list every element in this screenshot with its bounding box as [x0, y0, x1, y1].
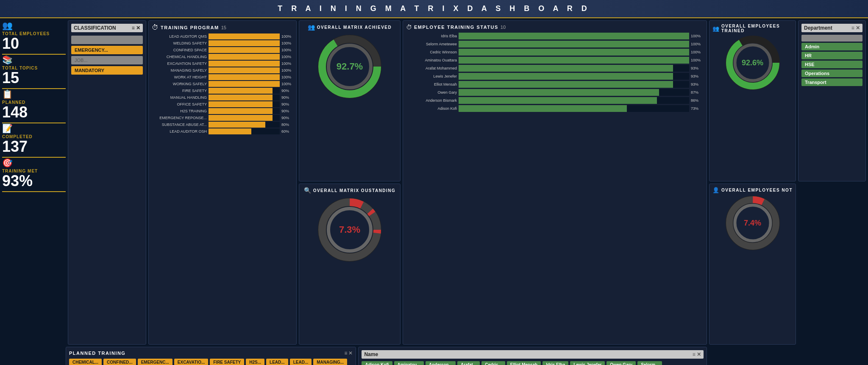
employee-name: Arafat Mohammed [406, 66, 457, 70]
employee-pct: 100% [691, 50, 704, 54]
employee-bar-item: Cedric Winnson 100% [406, 49, 704, 56]
name-filter-icons[interactable]: ≡ ✕ [693, 351, 701, 357]
bar-fill [209, 74, 280, 80]
classification-list: EMERGENCY... JOB... MANDATORY [71, 36, 143, 75]
bar-track [209, 101, 280, 107]
name-tag[interactable]: Lewis Jenefer [570, 361, 605, 365]
name-tag[interactable]: Idris Elba [542, 361, 568, 365]
bar-pct: 100% [281, 75, 293, 79]
bar-pct: 90% [281, 89, 293, 93]
training-bar-item: WORKING SAFELY 100% [152, 81, 293, 87]
classification-job[interactable]: JOB... [71, 56, 143, 64]
training-bar-item: MANUAL HANDLING 90% [152, 95, 293, 100]
completed-stat: 📝 COMPLETED 137 [2, 123, 66, 158]
bar-track [209, 115, 280, 121]
bar-track [209, 95, 280, 100]
dashboard-title: T R A I N I N G M A T R I X D A S H B O … [278, 4, 590, 13]
employee-training-count: 10 [501, 25, 506, 30]
bar-label: OFFICE SAFETY [152, 102, 207, 106]
completed-value: 137 [2, 139, 66, 154]
dept-empty [801, 35, 862, 42]
planned-tag[interactable]: EMERGENC... [138, 359, 172, 365]
employee-bar-track [459, 89, 689, 96]
training-met-icon: 🎯 [2, 158, 66, 168]
employee-bar-item: Lewis Jenefer 93% [406, 73, 704, 80]
employee-bar-track [459, 57, 689, 64]
department-header: Department ≡ ✕ [801, 24, 862, 32]
employee-bar-track [459, 49, 689, 56]
bar-track [209, 88, 280, 94]
dashboard-header: T R A I N I N G M A T R I X D A S H B O … [0, 0, 868, 18]
planned-clear-icon[interactable]: ✕ [348, 350, 353, 356]
training-program-panel: ⏱ TRAINING PROGRAM 15 LEAD AUDITOR QMS 1… [148, 20, 297, 345]
dept-filter-icon[interactable]: ≡ ✕ [851, 25, 860, 31]
bar-label: H2S TRAINING [152, 109, 207, 113]
employee-bar-fill [459, 65, 673, 72]
classification-emergency[interactable]: EMERGENCY... [71, 46, 143, 54]
trained-icon: 👥 [712, 25, 719, 32]
bar-fill [209, 40, 280, 46]
total-topics-value: 15 [2, 70, 66, 86]
bar-pct: 90% [281, 109, 293, 113]
name-tag[interactable]: Owen Gary [606, 361, 636, 365]
dept-admin[interactable]: Admin [801, 43, 862, 50]
training-bar-chart: LEAD AUDITOR QMS 100% WELDING SAFETY 100… [152, 33, 293, 134]
employee-bar-fill [459, 41, 689, 47]
training-bar-item: WORK AT HEIGHT 100% [152, 74, 293, 80]
planned-tag[interactable]: LEAD... [266, 359, 288, 365]
bar-track [209, 67, 280, 73]
training-bar-item: EXCAVATION SAFETY 100% [152, 61, 293, 67]
classification-mandatory[interactable]: MANDATORY [71, 66, 143, 75]
bar-label: EXCAVATION SAFETY [152, 61, 207, 66]
planned-tag[interactable]: MANAGING... [313, 359, 347, 365]
name-tag[interactable]: Selorm... [637, 361, 662, 365]
employee-bar-track [459, 33, 689, 39]
name-tag[interactable]: Adison Kofi [362, 361, 392, 365]
name-tag[interactable]: Aminatou... [394, 361, 424, 365]
name-tag[interactable]: Anderson... [426, 361, 456, 365]
dept-transport[interactable]: Transport [801, 78, 862, 86]
dept-hse[interactable]: HSE [801, 61, 862, 68]
classification-panel: CLASSIFICATION ≡ ✕ EMERGENCY... JOB... M… [68, 20, 146, 345]
planned-tag[interactable]: FIRE SAFETY [210, 359, 244, 365]
name-filter-header: Name ≡ ✕ [362, 350, 704, 359]
bar-track [209, 33, 280, 39]
bar-fill [209, 95, 273, 100]
bar-pct: 80% [281, 123, 293, 127]
employee-bar-item: Elliot Mensah 93% [406, 81, 704, 88]
planned-filter-icon[interactable]: ≡ [344, 350, 347, 356]
planned-tag[interactable]: H2S... [246, 359, 264, 365]
dept-operations[interactable]: Operations [801, 70, 862, 77]
dept-hr[interactable]: HR [801, 52, 862, 59]
employee-bar-fill [459, 81, 673, 88]
name-tag[interactable]: Elliot Mensah [507, 361, 541, 365]
classification-filter-icon[interactable]: ≡ ✕ [132, 25, 140, 31]
bar-fill [209, 61, 280, 67]
employee-name: Selorm Ametewee [406, 42, 457, 46]
bar-track [209, 108, 280, 114]
completed-icon: 📝 [2, 123, 66, 134]
bar-pct: 90% [281, 116, 293, 120]
clock-icon: ⏱ [152, 24, 159, 31]
name-tag[interactable]: Cedric... [481, 361, 505, 365]
employee-bar-fill [459, 49, 689, 56]
name-tag[interactable]: Arafat... [457, 361, 480, 365]
employee-name: Adison Kofi [406, 106, 457, 111]
bar-track [209, 61, 280, 67]
trained-value: 92.6% [742, 59, 763, 67]
employee-bar-chart: Idris Elba 100% Selorm Ametewee 100% Ced… [406, 33, 704, 112]
emp-clock-icon: ⏱ [406, 24, 412, 31]
planned-tag[interactable]: CONFINED... [103, 359, 136, 365]
department-title: Department [804, 25, 832, 31]
planned-tag[interactable]: CHEMICAL... [69, 359, 102, 365]
bar-fill [209, 81, 280, 87]
planned-tag[interactable]: LEAD... [290, 359, 312, 365]
name-filter-title: Name [364, 351, 378, 357]
employee-training-title: EMPLOYEE TRAINING STATUS [414, 25, 498, 30]
bar-pct: 90% [281, 102, 293, 106]
employee-bar-track [459, 41, 689, 47]
outstanding-value: 7.3% [339, 224, 360, 235]
users-icon: 👥 [2, 20, 66, 31]
right-panel: 👥 OVERALL EMPLOYEES TRAINED 92.6% [709, 20, 866, 345]
planned-tag[interactable]: EXCAVATIO... [174, 359, 208, 365]
